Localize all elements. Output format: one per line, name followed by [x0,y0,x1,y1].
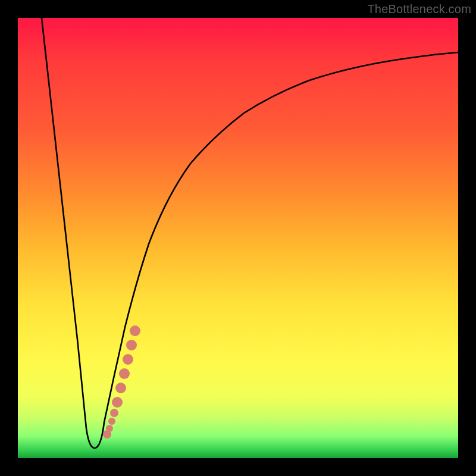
plot-area [18,18,458,458]
svg-point-8 [126,340,137,350]
svg-point-9 [130,325,140,336]
bottleneck-curve [42,18,458,448]
svg-point-2 [108,418,115,425]
svg-point-6 [119,368,130,379]
svg-point-7 [123,354,133,365]
chart-svg [18,18,458,458]
watermark-text: TheBottleneck.com [367,2,471,16]
svg-point-1 [106,425,113,432]
svg-point-4 [112,397,123,408]
svg-point-3 [110,409,118,417]
chart-frame: TheBottleneck.com [0,0,476,476]
svg-point-5 [115,383,126,393]
